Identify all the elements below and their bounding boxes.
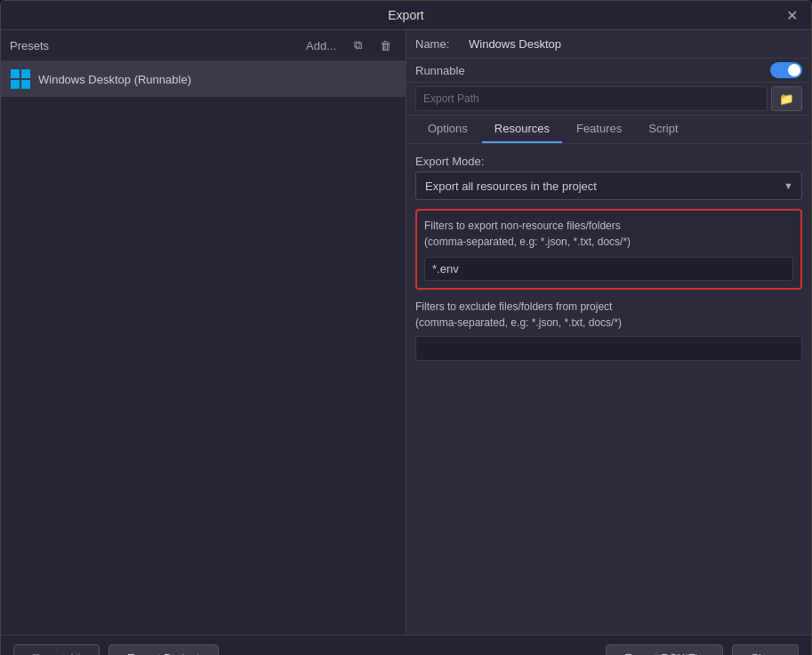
delete-icon: 🗑 (380, 39, 391, 52)
copy-preset-button[interactable]: ⧉ (349, 36, 367, 55)
export-path-row: 📁 (406, 83, 811, 116)
name-value: Windows Desktop (469, 37, 561, 51)
close-dialog-button[interactable]: ✕ (781, 4, 802, 26)
presets-label: Presets (10, 39, 293, 52)
preset-label: Windows Desktop (Runnable) (38, 73, 191, 86)
export-path-input[interactable] (415, 86, 768, 111)
runnable-label: Runnable (415, 64, 761, 77)
svg-rect-0 (11, 69, 20, 78)
export-mode-label: Export Mode: (415, 155, 802, 168)
left-panel: Presets Add... ⧉ 🗑 Windows Desktop (Runn… (1, 30, 406, 635)
tabs-row: Options Resources Features Script (406, 116, 811, 144)
tab-resources[interactable]: Resources (482, 116, 562, 143)
tab-script[interactable]: Script (636, 116, 690, 143)
name-row: Name: Windows Desktop (406, 30, 811, 59)
name-label: Name: (415, 37, 460, 51)
export-dialog: Export ✕ Presets Add... ⧉ 🗑 (0, 0, 812, 655)
copy-icon: ⧉ (354, 38, 362, 52)
windows-logo-icon (10, 68, 31, 90)
filter-description: Filters to export non-resource files/fol… (424, 218, 793, 250)
close-button[interactable]: Close (732, 644, 799, 655)
presets-toolbar: Presets Add... ⧉ 🗑 (1, 30, 406, 61)
runnable-row: Runnable (406, 59, 811, 83)
exclude-description: Filters to exclude files/folders from pr… (415, 299, 802, 331)
svg-rect-2 (11, 80, 20, 89)
export-mode-select-row: Export all resources in the project ▼ (415, 172, 802, 200)
preset-list-empty-area (1, 97, 406, 635)
runnable-toggle[interactable] (770, 62, 802, 78)
tab-options[interactable]: Options (415, 116, 480, 143)
title-bar: Export ✕ (1, 1, 811, 30)
browse-folder-button[interactable]: 📁 (771, 86, 802, 111)
delete-preset-button[interactable]: 🗑 (374, 36, 397, 55)
filter-non-resource-section: Filters to export non-resource files/fol… (415, 209, 802, 290)
export-mode-section: Export Mode: Export all resources in the… (415, 155, 802, 200)
export-project-button[interactable]: Export Project (109, 644, 219, 655)
svg-rect-1 (21, 69, 30, 78)
filter-non-resource-input[interactable] (424, 257, 793, 281)
svg-rect-3 (21, 80, 30, 89)
export-pck-zip-button[interactable]: Export PCK/Zip (606, 644, 723, 655)
preset-item-windows-desktop[interactable]: Windows Desktop (Runnable) (1, 61, 406, 97)
export-mode-select[interactable]: Export all resources in the project (415, 172, 802, 200)
footer: Export All Export Project Export PCK/Zip… (1, 635, 811, 655)
exclude-files-input[interactable] (415, 336, 802, 361)
right-panel: Name: Windows Desktop Runnable 📁 Options… (406, 30, 811, 635)
export-all-button: Export All (13, 644, 100, 655)
folder-icon: 📁 (779, 92, 794, 106)
resources-tab-content: Export Mode: Export all resources in the… (406, 144, 811, 635)
add-preset-button[interactable]: Add... (301, 36, 342, 55)
dialog-content: Presets Add... ⧉ 🗑 Windows Desktop (Runn… (1, 30, 811, 635)
tab-features[interactable]: Features (564, 116, 634, 143)
exclude-files-section: Filters to exclude files/folders from pr… (415, 299, 802, 361)
dialog-title: Export (388, 8, 423, 22)
